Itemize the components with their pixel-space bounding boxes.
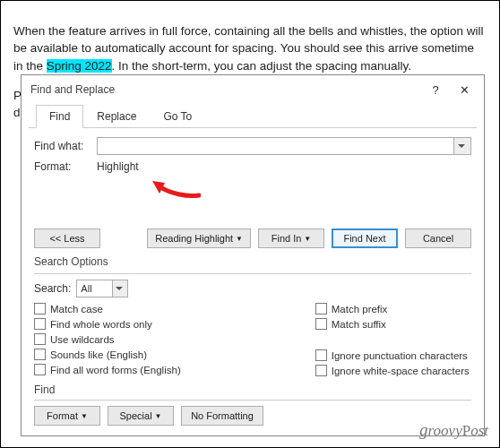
ignore-punct-checkbox[interactable]: Ignore punctuation characters (315, 349, 470, 361)
checkbox-label: Match prefix (332, 304, 388, 314)
annotation-arrow-icon (147, 177, 201, 202)
checkbox-icon (34, 364, 46, 375)
find-what-label: Find what: (34, 140, 97, 152)
checkbox-label: Use wildcards (50, 334, 115, 345)
help-icon: ? (432, 83, 438, 97)
tab-goto[interactable]: Go To (150, 105, 205, 128)
find-next-button[interactable]: Find Next (332, 228, 398, 248)
checkbox-icon (34, 349, 46, 360)
close-icon: ✕ (460, 83, 470, 97)
no-formatting-button[interactable]: No Formatting (181, 406, 263, 426)
select-value: All (81, 283, 91, 294)
checkbox-label: Match case (50, 304, 103, 314)
format-label: Format: (34, 160, 97, 173)
chevron-down-icon: ▼ (304, 235, 311, 243)
search-direction-select[interactable]: All (76, 280, 128, 297)
format-button[interactable]: Format▼ (34, 406, 100, 426)
search-direction-row: Search: All (34, 280, 471, 297)
search-label: Search: (34, 282, 71, 295)
dialog-body: Find what: Format: Highlight << Less Rea… (22, 128, 484, 436)
button-label: No Formatting (191, 410, 254, 421)
options-left-column: Match case Find whole words only Use wil… (34, 303, 181, 376)
checkbox-icon (34, 303, 46, 314)
checkbox-label: Find all word forms (English) (50, 365, 181, 375)
reading-highlight-button[interactable]: Reading Highlight▼ (147, 228, 251, 248)
checkbox-label: Ignore punctuation characters (332, 350, 468, 361)
ignore-ws-checkbox[interactable]: Ignore white-space characters (315, 365, 470, 376)
checkbox-label: Find whole words only (50, 319, 152, 330)
find-what-input[interactable] (97, 137, 471, 155)
find-group: Find Format▼ Special▼ No Formatting (34, 382, 471, 431)
checkbox-icon (315, 365, 327, 376)
options-right-column: Match prefix Match suffix Ignore punctua… (315, 303, 470, 376)
tab-label: Replace (97, 110, 136, 123)
whole-words-checkbox[interactable]: Find whole words only (34, 318, 181, 330)
sounds-like-checkbox[interactable]: Sounds like (English) (34, 349, 181, 360)
spacer (315, 333, 470, 346)
paragraph-1: When the feature arrives in full force, … (13, 22, 487, 75)
main-button-row: << Less Reading Highlight▼ Find In▼ Find… (34, 228, 471, 248)
dialog-titlebar[interactable]: Find and Replace ? ✕ (22, 75, 484, 104)
format-value: Highlight (97, 160, 139, 173)
find-replace-dialog: Find and Replace ? ✕ Find Replace Go To … (21, 74, 485, 436)
watermark: groovyPost (419, 420, 488, 440)
button-label: Find Next (343, 233, 385, 244)
special-button[interactable]: Special▼ (108, 406, 174, 426)
match-case-checkbox[interactable]: Match case (34, 303, 181, 314)
help-button[interactable]: ? (421, 81, 450, 99)
tab-label: Find (49, 110, 70, 123)
chevron-down-icon: ▼ (236, 235, 243, 243)
checkbox-icon (34, 318, 46, 330)
button-label: Special (120, 410, 152, 421)
dialog-tabs: Find Replace Go To (29, 104, 477, 128)
wildcards-checkbox[interactable]: Use wildcards (34, 333, 181, 345)
button-label: << Less (49, 233, 84, 244)
tab-replace[interactable]: Replace (83, 105, 150, 128)
close-button[interactable]: ✕ (450, 81, 478, 99)
highlight-spring-2022: Spring 2022 (47, 59, 112, 73)
less-button[interactable]: << Less (34, 228, 100, 248)
find-what-row: Find what: (34, 137, 471, 155)
match-prefix-checkbox[interactable]: Match prefix (315, 303, 470, 314)
format-row: Format: Highlight (34, 160, 471, 173)
word-forms-checkbox[interactable]: Find all word forms (English) (34, 364, 181, 375)
checkbox-icon (34, 333, 46, 345)
chevron-down-icon: ▼ (155, 412, 162, 420)
text: . In the short-term, you can adjust the … (112, 59, 411, 73)
checkbox-label: Sounds like (English) (50, 349, 147, 360)
dialog-title: Find and Replace (30, 83, 421, 96)
bottom-button-row: Format▼ Special▼ No Formatting (34, 406, 471, 426)
tab-label: Go To (163, 110, 192, 123)
divider (34, 273, 471, 274)
checkbox-icon (315, 318, 327, 330)
tab-find[interactable]: Find (36, 105, 83, 128)
checkbox-label: Match suffix (332, 319, 386, 330)
checkbox-label: Ignore white-space characters (332, 366, 470, 376)
find-in-button[interactable]: Find In▼ (258, 228, 324, 248)
checkbox-icon (315, 349, 327, 361)
options-columns: Match case Find whole words only Use wil… (34, 303, 471, 376)
search-options-heading: Search Options (34, 255, 471, 268)
match-suffix-checkbox[interactable]: Match suffix (315, 318, 470, 330)
button-label: Find In (272, 233, 302, 244)
divider (34, 400, 471, 401)
checkbox-icon (315, 303, 327, 314)
button-label: Reading Highlight (155, 233, 233, 244)
button-label: Format (47, 410, 78, 421)
cancel-button[interactable]: Cancel (405, 228, 471, 248)
find-group-heading: Find (34, 383, 471, 396)
chevron-down-icon: ▼ (81, 412, 88, 420)
button-label: Cancel (423, 233, 453, 244)
